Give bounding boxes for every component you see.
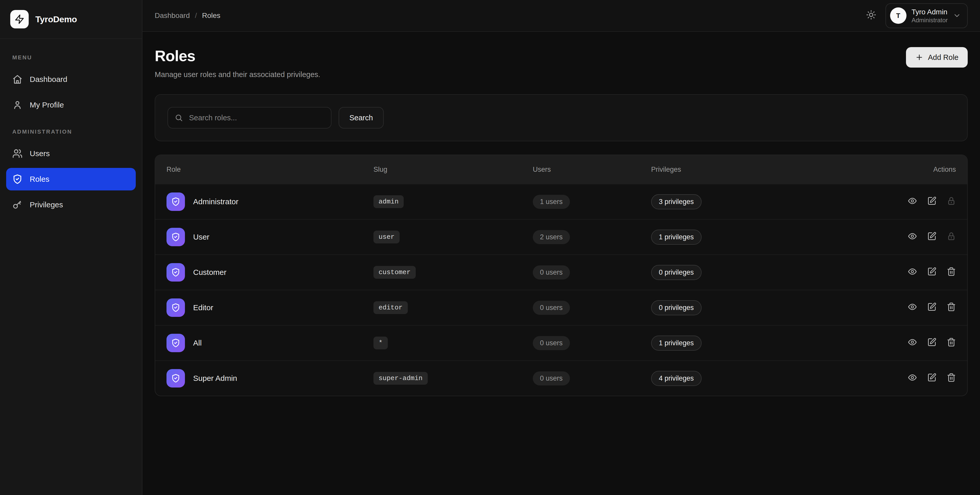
- slug-cell: *: [374, 336, 533, 349]
- table-row: All * 0 users 1 privileges: [155, 325, 967, 360]
- trash-icon: [947, 373, 956, 382]
- role-name: Administrator: [193, 197, 239, 206]
- role-cell: User: [167, 228, 374, 246]
- users-count-badge: 1 users: [533, 195, 570, 209]
- column-header-actions: Actions: [853, 166, 956, 173]
- view-role-button[interactable]: [908, 338, 917, 349]
- role-name: User: [193, 233, 209, 241]
- privileges-cell: 1 privileges: [651, 230, 853, 245]
- edit-role-button[interactable]: [927, 338, 937, 349]
- edit-icon: [927, 302, 937, 311]
- eye-icon: [908, 267, 917, 276]
- users-cell: 2 users: [533, 230, 651, 244]
- slug-cell: customer: [374, 266, 533, 279]
- role-shield-icon: [167, 369, 185, 387]
- table-header-row: Role Slug Users Privileges Actions: [155, 155, 967, 184]
- avatar: T: [890, 8, 907, 24]
- sidebar-item-my-profile[interactable]: My Profile: [6, 94, 136, 116]
- actions-cell: [853, 302, 956, 313]
- sidebar: TyroDemo MENU Dashboard My Profile ADMIN…: [0, 0, 142, 495]
- app-logo: [10, 10, 29, 29]
- topbar: Dashboard / Roles T Tyro Admin Administr…: [142, 0, 980, 32]
- slug-cell: editor: [374, 301, 533, 314]
- view-role-button[interactable]: [908, 373, 917, 384]
- shield-check-icon: [171, 197, 180, 206]
- home-icon: [12, 74, 22, 84]
- edit-role-button[interactable]: [927, 302, 937, 313]
- slug-cell: user: [374, 231, 533, 243]
- search-button[interactable]: Search: [339, 107, 384, 129]
- sidebar-item-roles[interactable]: Roles: [6, 168, 136, 190]
- edit-role-button[interactable]: [927, 373, 937, 384]
- sidebar-item-privileges[interactable]: Privileges: [6, 194, 136, 216]
- sun-icon: [866, 10, 876, 20]
- slug-badge: editor: [374, 301, 408, 314]
- eye-icon: [908, 232, 917, 241]
- users-count-badge: 0 users: [533, 336, 570, 350]
- users-cell: 1 users: [533, 195, 651, 209]
- column-header-privileges: Privileges: [651, 166, 853, 173]
- sidebar-header: TyroDemo: [0, 0, 142, 39]
- privileges-cell: 0 privileges: [651, 265, 853, 280]
- role-name: Customer: [193, 268, 226, 277]
- role-cell: Administrator: [167, 192, 374, 211]
- privileges-count-badge: 3 privileges: [651, 194, 702, 209]
- users-count-badge: 0 users: [533, 301, 570, 315]
- add-role-button[interactable]: Add Role: [906, 47, 968, 68]
- search-input[interactable]: [188, 113, 324, 122]
- lock-icon: [947, 196, 956, 206]
- shield-check-icon: [171, 268, 180, 277]
- privileges-count-badge: 0 privileges: [651, 300, 702, 315]
- title-row: Roles Manage user roles and their associ…: [155, 47, 968, 79]
- delete-role-button[interactable]: [947, 267, 956, 278]
- privileges-cell: 4 privileges: [651, 371, 853, 386]
- chevron-down-icon: [953, 11, 961, 20]
- search-card: Search: [155, 94, 968, 141]
- delete-role-button[interactable]: [947, 302, 956, 313]
- edit-role-button[interactable]: [927, 267, 937, 278]
- privileges-count-badge: 1 privileges: [651, 336, 702, 351]
- locked-role-button: [947, 196, 956, 207]
- shield-check-icon: [171, 374, 180, 383]
- privileges-count-badge: 0 privileges: [651, 265, 702, 280]
- user-role: Administrator: [912, 16, 948, 24]
- edit-icon: [927, 232, 937, 241]
- view-role-button[interactable]: [908, 302, 917, 313]
- role-cell: Editor: [167, 298, 374, 317]
- user-menu-button[interactable]: T Tyro Admin Administrator: [886, 3, 968, 28]
- search-box: [167, 107, 331, 129]
- slug-badge: admin: [374, 195, 404, 208]
- edit-role-button[interactable]: [927, 232, 937, 243]
- theme-toggle-button[interactable]: [866, 10, 876, 22]
- slug-cell: admin: [374, 195, 533, 208]
- privileges-cell: 3 privileges: [651, 194, 853, 209]
- privileges-cell: 1 privileges: [651, 336, 853, 351]
- topbar-right: T Tyro Admin Administrator: [866, 3, 968, 28]
- edit-role-button[interactable]: [927, 196, 937, 207]
- breadcrumb-dashboard[interactable]: Dashboard: [155, 11, 190, 20]
- eye-icon: [908, 302, 917, 311]
- trash-icon: [947, 302, 956, 311]
- shield-check-icon: [171, 232, 180, 242]
- actions-cell: [853, 338, 956, 349]
- column-header-role: Role: [167, 166, 374, 173]
- role-cell: Super Admin: [167, 369, 374, 387]
- page-content: Roles Manage user roles and their associ…: [142, 32, 980, 495]
- users-cell: 0 users: [533, 301, 651, 315]
- users-count-badge: 0 users: [533, 371, 570, 386]
- trash-icon: [947, 267, 956, 276]
- sidebar-item-dashboard[interactable]: Dashboard: [6, 68, 136, 90]
- trash-icon: [947, 338, 956, 347]
- lock-icon: [947, 232, 956, 241]
- view-role-button[interactable]: [908, 232, 917, 243]
- search-icon: [175, 114, 183, 122]
- sidebar-item-users[interactable]: Users: [6, 142, 136, 165]
- privileges-count-badge: 4 privileges: [651, 371, 702, 386]
- view-role-button[interactable]: [908, 267, 917, 278]
- view-role-button[interactable]: [908, 196, 917, 207]
- locked-role-button: [947, 232, 956, 243]
- delete-role-button[interactable]: [947, 338, 956, 349]
- delete-role-button[interactable]: [947, 373, 956, 384]
- user-meta: Tyro Admin Administrator: [912, 8, 948, 24]
- shield-check-icon: [171, 338, 180, 347]
